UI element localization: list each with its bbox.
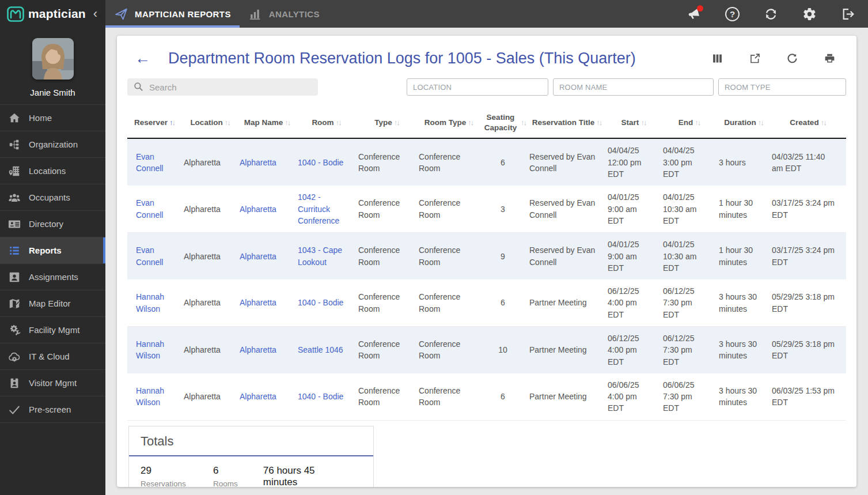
sidebar-item-directory[interactable]: Directory [0,211,105,237]
totals-title: Totals [129,426,373,455]
sort-arrows-icon: ↑↓ [640,118,647,128]
column-label: Room [312,118,333,128]
home-icon [8,112,21,124]
room-type-cell: Conference Room [418,285,481,320]
map-name-link[interactable]: Alpharetta [238,198,297,221]
column-header-location[interactable]: Location↑↓ [183,111,238,138]
type-cell: Conference Room [357,145,418,180]
reserver-link[interactable]: Evan Connell [127,239,183,274]
sign-out-icon[interactable] [841,7,855,21]
room-link[interactable]: 1042 - Currituck Conference [297,186,357,232]
notification-badge [697,5,703,12]
filter-row [127,78,846,96]
room-link[interactable]: 1043 - Cape Lookout [297,239,357,274]
sidebar-item-label: Map Editor [29,298,71,308]
type-cell: Conference Room [357,332,418,368]
search-box [127,78,318,96]
tab-analytics[interactable]: ANALYTICS [240,0,328,28]
sidebar-item-label: Directory [29,219,63,229]
column-header-end[interactable]: End↑↓ [662,111,718,138]
refresh-icon[interactable] [786,52,798,65]
map-name-link[interactable]: Alpharetta [238,291,297,314]
sidebar-item-occupants[interactable]: Occupants [0,184,105,211]
table-row: Evan Connell Alpharetta Alpharetta 1040 … [127,139,846,186]
sidebar-item-facility-mgmt[interactable]: Facility Mgmt [0,317,105,343]
reserver-link[interactable]: Evan Connell [127,191,183,226]
search-input[interactable] [127,78,318,96]
map-name-link[interactable]: Alpharetta [238,151,297,174]
column-header-created[interactable]: Created↑↓ [771,111,846,138]
maptician-logo-icon [7,6,24,22]
column-label: Map Name [244,118,283,128]
map-icon [8,297,21,310]
seating-capacity-cell: 6 [481,385,528,408]
tab-label: MAPTICIAN REPORTS [135,9,231,19]
sidebar-item-assignments[interactable]: Assignments [0,264,105,290]
room-link[interactable]: 1040 - Bodie [297,385,357,408]
room-link[interactable]: 1040 - Bodie [297,151,357,174]
sync-icon[interactable] [764,7,778,21]
column-header-reservation-title[interactable]: Reservation Title↑↓ [528,111,607,138]
export-icon[interactable] [749,52,761,65]
location-filter-input[interactable] [407,78,548,96]
settings-icon[interactable] [802,7,817,21]
sidebar-item-map-editor[interactable]: Map Editor [0,290,105,317]
announcements-icon[interactable] [687,7,701,21]
room-link[interactable]: 1040 - Bodie [297,291,357,314]
end-cell: 06/12/25 7:30 pm EDT [662,327,718,373]
print-icon[interactable] [824,52,836,65]
back-arrow-icon[interactable]: ← [135,51,150,66]
collapse-sidebar-icon[interactable]: ‹ [91,7,100,20]
sidebar-item-home[interactable]: Home [0,105,105,131]
map-name-link[interactable]: Alpharetta [238,245,297,268]
cloud-gear-icon [8,350,21,363]
help-icon[interactable]: ? [725,7,740,21]
map-name-link[interactable]: Alpharetta [238,385,297,408]
column-header-seating-capacity[interactable]: Seating Capacity↑↓ [481,111,528,138]
duration-cell: 3 hours 30 minutes [718,332,771,368]
totals-panel: Totals 29 Reservations 6 Rooms 76 hours … [128,426,374,487]
sort-arrows-icon: ↑↓ [336,118,342,128]
reserver-link[interactable]: Hannah Wilson [127,379,183,414]
table-row: Evan Connell Alpharetta Alpharetta 1043 … [127,233,846,279]
sidebar-item-visitor-mgmt[interactable]: Visitor Mgmt [0,370,105,396]
reserver-link[interactable]: Hannah Wilson [127,332,183,368]
avatar[interactable] [32,38,74,80]
sidebar-item-label: Visitor Mgmt [29,378,77,388]
sidebar-item-organization[interactable]: Organization [0,131,105,158]
sidebar-item-locations[interactable]: Locations [0,158,105,184]
reserver-link[interactable]: Evan Connell [127,145,183,180]
seating-capacity-cell: 10 [481,338,528,361]
brand-name: maptician [28,7,86,21]
end-cell: 06/12/25 7:30 pm EDT [662,279,718,326]
type-cell: Conference Room [357,285,418,320]
start-cell: 06/06/25 4:00 pm EDT [607,373,662,420]
room-type-filter-input[interactable] [718,78,846,96]
sort-arrows-icon: ↑↓ [225,118,231,128]
sort-arrows-icon: ↑↓ [285,118,291,128]
room-link[interactable]: Seattle 1046 [297,338,357,361]
room-name-filter-input[interactable] [553,78,714,96]
reserver-link[interactable]: Hannah Wilson [127,285,183,320]
column-header-reserver[interactable]: Reserver↑↓ [127,111,183,138]
sidebar-item-it-cloud[interactable]: IT & Cloud [0,343,105,370]
search-icon [133,81,144,92]
sort-arrows-icon: ↑↓ [758,118,764,128]
tab-maptician-reports[interactable]: MAPTICIAN REPORTS [105,0,240,28]
stat-value: 29 [141,465,202,477]
list-icon [8,244,21,257]
sidebar-item-pre-screen[interactable]: Pre-screen [0,396,105,423]
map-name-link[interactable]: Alpharetta [238,338,297,361]
column-header-map-name[interactable]: Map Name↑↓ [238,111,297,138]
report-card: ← Department Room Reservation Logs for 1… [117,36,856,487]
column-header-start[interactable]: Start↑↓ [607,111,662,138]
columns-icon[interactable] [711,52,723,65]
sidebar-item-reports[interactable]: Reports [0,237,105,264]
column-header-duration[interactable]: Duration↑↓ [718,111,771,138]
column-header-room-type[interactable]: Room Type↑↓ [418,111,481,138]
sidebar-item-label: Facility Mgmt [29,325,79,335]
column-header-type[interactable]: Type↑↓ [357,111,418,138]
paper-plane-icon [114,7,128,21]
column-header-room[interactable]: Room↑↓ [297,111,357,138]
table-row: Evan Connell Alpharetta Alpharetta 1042 … [127,186,846,233]
